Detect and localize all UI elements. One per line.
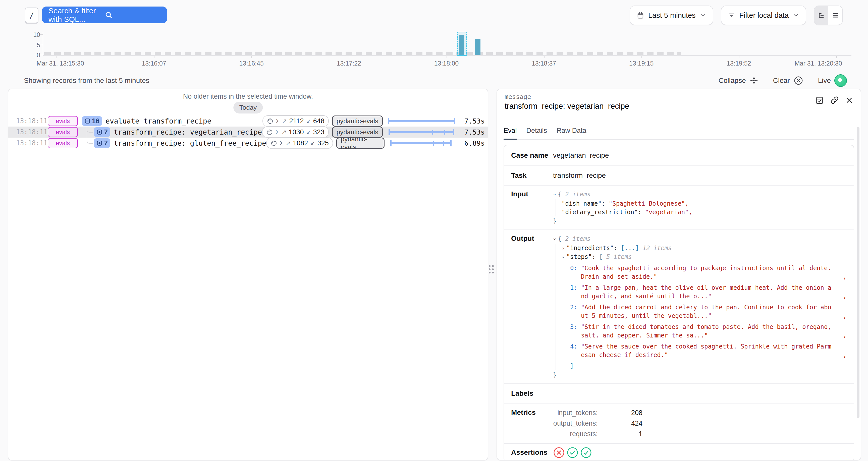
json-step-item: 3:"Stir in the diced tomatoes and tomato… (570, 322, 847, 340)
json-key: "dish_name" (562, 200, 601, 207)
duration-text: 7.53s (455, 128, 485, 136)
service-badge[interactable]: pydantic-evals (336, 137, 384, 149)
chart-x-tick (739, 56, 739, 58)
assertion-pass-icon[interactable] (580, 447, 592, 459)
tab-raw-data[interactable]: Raw Data (557, 127, 586, 140)
chart-x-tick (642, 56, 642, 58)
tokens-up-arrow-icon: ↗ (282, 118, 287, 125)
chart-y-tick-label: 5 (15, 41, 40, 49)
live-label: Live (818, 76, 831, 85)
chart-y-axis-line (43, 32, 43, 56)
filter-local-data-button[interactable]: Filter local data (721, 5, 806, 25)
live-indicator-icon (834, 74, 847, 87)
tokens-down-arrow-icon: ↙ (310, 140, 315, 147)
token-usage-pill: Σ↗1082↙325 (266, 137, 333, 149)
list-view-toggle[interactable] (828, 6, 842, 25)
json-array-index: 4: (570, 342, 578, 359)
json-entry: "dietary_restriction": "vegetarian", (562, 208, 847, 216)
collapse-chevron-icon[interactable]: › (559, 255, 568, 258)
slash-shortcut-key[interactable]: / (25, 7, 38, 23)
duration-bar-cap (453, 129, 454, 135)
json-string-value: "Add the diced carrot and celery to the … (581, 303, 833, 320)
tab-eval[interactable]: Eval (503, 127, 517, 140)
json-close-bracket: ] (570, 362, 847, 370)
metric-value: 1 (598, 429, 643, 439)
input-label: Input (511, 190, 553, 198)
json-comma: , (843, 312, 847, 320)
search-placeholder: Search & filter with SQL... (49, 6, 104, 24)
service-badge[interactable]: pydantic-evals (332, 116, 383, 127)
duration-bar-tick (444, 130, 445, 134)
metric-value: 424 (598, 418, 643, 429)
json-items-note: 5 items (606, 253, 632, 260)
span-count-toggle[interactable]: 7 (94, 127, 110, 137)
token-coin-icon (271, 140, 277, 147)
assertion-fail-icon[interactable] (553, 447, 565, 459)
metrics-label: Metrics (511, 407, 553, 417)
chart-x-tick (349, 56, 349, 58)
chevron-down-icon (700, 12, 706, 19)
archive-check-icon[interactable] (815, 96, 824, 105)
assertions-label: Assertions (511, 449, 553, 457)
time-range-label: Last 5 minutes (648, 11, 696, 20)
tag-pill-evals[interactable]: evals (48, 116, 78, 126)
detail-scrollbar[interactable] (857, 127, 860, 418)
close-icon[interactable] (845, 96, 854, 104)
metric-name: output_tokens: (553, 418, 598, 429)
json-string-value: "vegetarian" (645, 209, 688, 216)
tag-pill-evals[interactable]: evals (48, 138, 78, 148)
detail-tabs: EvalDetailsRaw Data (503, 127, 854, 140)
json-step-item: 1:"In a large pan, heat the olive oil ov… (570, 283, 847, 301)
output-label: Output (511, 235, 553, 243)
clear-icon (794, 75, 803, 86)
link-icon[interactable] (830, 96, 839, 105)
chart-x-tick (57, 56, 57, 58)
tag-pill-evals[interactable]: evals (48, 127, 78, 137)
calendar-icon (637, 11, 644, 19)
chart-bar-selection[interactable] (457, 32, 467, 56)
tree-connector (87, 125, 93, 144)
json-key: "steps" (566, 253, 592, 260)
expand-chevron-icon[interactable]: › (562, 244, 565, 253)
collapse-chevron-icon[interactable]: › (551, 237, 559, 241)
assertion-pass-icon[interactable] (567, 447, 579, 459)
input-row: Input ›{ 2 items"dish_name": "Spaghetti … (504, 186, 854, 230)
span-name: transform_recipe: vegetarian_recipe (114, 128, 262, 136)
json-children: "dish_name": "Spaghetti Bolognese","diet… (556, 199, 847, 216)
tree-view-toggle[interactable] (814, 6, 828, 25)
metric-row: input_tokens:208 (553, 407, 847, 418)
trace-row[interactable]: 13:18:11evals16evaluate transform_recipe… (8, 116, 488, 127)
span-count-toggle[interactable]: 7 (94, 139, 110, 148)
live-toggle[interactable]: Live (818, 74, 847, 87)
chart-x-tick-label: Mar 31. 13:20:30 (795, 60, 842, 67)
labels-row: Labels (504, 384, 854, 403)
panel-resize-handle[interactable] (489, 265, 494, 273)
tokens-input-count: 2112 (289, 117, 304, 125)
trace-row[interactable]: 13:18:11evals7transform_recipe: gluten_f… (8, 137, 488, 149)
json-step-item: 4:"Serve the sauce over the cooked spagh… (570, 342, 847, 359)
trace-row[interactable]: 13:18:11evals7transform_recipe: vegetari… (8, 127, 488, 137)
chart-bar[interactable] (475, 39, 480, 55)
tokens-down-arrow-icon: ↙ (306, 118, 311, 125)
time-range-button[interactable]: Last 5 minutes (630, 5, 713, 25)
trace-list-panel: No older items in the selected time wind… (8, 89, 488, 461)
json-items-note: 2 items (565, 235, 590, 242)
chart-x-tick-label: Mar 31. 13:15:30 (37, 60, 84, 67)
collapse-button[interactable]: Collapse (719, 76, 758, 85)
clear-button[interactable]: Clear (773, 75, 803, 86)
collapse-chevron-icon[interactable]: › (551, 193, 559, 196)
tab-details[interactable]: Details (526, 127, 547, 140)
empty-notice: No older items in the selected time wind… (8, 93, 488, 100)
list-view-icon (832, 11, 839, 19)
chart-x-tick-label: 13:19:15 (629, 60, 653, 67)
chart-bar[interactable] (459, 35, 464, 55)
duration-bar-fill (390, 142, 452, 144)
json-colon: : (614, 245, 621, 252)
search-input[interactable]: Search & filter with SQL... (42, 6, 167, 23)
output-row: Output ›{ 2 items›"ingredients": [...] 1… (504, 230, 854, 384)
json-open-bracket: [ (599, 253, 606, 260)
duration-bar-fill (388, 120, 455, 122)
chevron-down-icon (793, 12, 799, 19)
chart-y-tick (40, 45, 43, 45)
case-name-row: Case name vegetarian_recipe (504, 145, 854, 166)
